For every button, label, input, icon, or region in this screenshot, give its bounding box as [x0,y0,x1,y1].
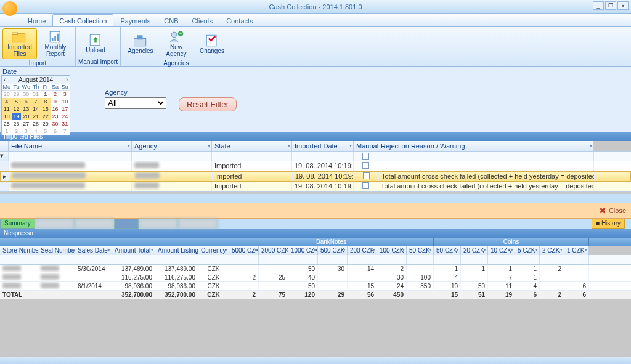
column-header[interactable]: Currency▾ [198,246,229,255]
column-header[interactable]: Rejection Reason / Warning▾ [378,141,594,151]
filter-cell[interactable] [488,255,515,264]
column-header[interactable]: 50 CZK▾ [407,246,434,255]
tab-blurred-2[interactable] [75,219,114,229]
filter-cell[interactable] [0,255,38,264]
column-header[interactable]: Agency▾ [132,141,212,151]
upload-button[interactable]: Upload [78,28,113,58]
calendar-day[interactable]: 2 [51,91,60,98]
tab-active-detail[interactable] [114,219,139,229]
calendar-day[interactable]: 17 [60,105,70,113]
column-header[interactable]: 50 CZK▾ [434,246,461,255]
agencies-button[interactable]: Agencies [123,28,158,59]
filter-cell[interactable] [155,255,198,264]
table-row[interactable]: ▸xxImported19. 08. 2014 10:19:34Total am… [0,171,631,182]
column-header[interactable]: 1 CZK▾ [564,246,589,255]
menu-tab-home[interactable]: Home [21,14,52,26]
menu-tab-cnb[interactable]: CNB [157,14,185,26]
maximize-button[interactable]: ❐ [605,1,616,10]
calendar-day[interactable]: 22 [41,113,51,120]
changes-button[interactable]: Changes [195,28,229,59]
column-header[interactable]: 1000 CZK▾ [288,246,318,255]
column-header[interactable]: 20 CZK▾ [461,246,488,255]
table-row[interactable]: xxImported19. 08. 2014 10:19:34Total amo… [0,182,631,192]
filter-cell[interactable] [434,255,461,264]
filter-cell[interactable] [9,152,132,161]
calendar-day[interactable]: 14 [31,105,41,113]
calendar-day[interactable]: 15 [41,105,51,113]
splitter[interactable] [0,194,631,203]
calendar[interactable]: ‹ August 2014 › MoTuWeThFrSaSu2829303112… [1,75,70,135]
calendar-day[interactable]: 16 [51,105,60,113]
filter-cell[interactable] [354,152,378,161]
detail-grid[interactable]: BankNotesCoins Store Number▾Seal Number▾… [0,238,631,364]
filter-cell[interactable] [461,255,488,264]
filter-cell[interactable] [515,255,540,264]
menu-tab-cash-collection[interactable]: Cash Collection [52,14,113,26]
column-header[interactable]: Amount Listing▾ [155,246,198,255]
filter-cell[interactable] [229,255,259,264]
calendar-day[interactable]: 26 [12,120,22,127]
column-header[interactable]: Store Number▾ [0,246,38,255]
calendar-day[interactable]: 29 [12,91,22,98]
tab-summary[interactable]: Summary [0,219,35,229]
column-header[interactable]: 5000 CZK▾ [229,246,259,255]
column-header[interactable]: 2000 CZK▾ [259,246,288,255]
filter-cell[interactable] [348,255,377,264]
filter-cell[interactable] [378,152,594,161]
calendar-day[interactable]: 6 [21,98,31,105]
calendar-day[interactable]: 31 [60,120,70,127]
calendar-day[interactable]: 8 [41,98,51,105]
calendar-day[interactable]: 28 [2,91,12,98]
table-row[interactable]: xx6/1/201498,936.0098,936.00CZK501524350… [0,282,631,291]
column-header[interactable]: 2 CZK▾ [540,246,564,255]
filter-cell[interactable] [198,255,229,264]
calendar-day[interactable]: 29 [41,120,51,127]
tab-blurred-3[interactable] [139,219,178,229]
minimize-button[interactable]: _ [593,1,604,10]
table-row[interactable]: xxImported19. 08. 2014 10:19:30 [0,161,631,171]
filter-cell[interactable] [75,255,112,264]
filter-cell[interactable] [540,255,564,264]
calendar-day[interactable]: 27 [21,120,31,127]
filter-cell[interactable] [38,255,75,264]
cal-prev-icon[interactable]: ‹ [4,76,6,83]
calendar-day[interactable]: 11 [2,105,12,113]
menu-tab-contacts[interactable]: Contacts [219,14,259,26]
calendar-day[interactable]: 31 [31,91,41,98]
filter-cell[interactable] [292,152,354,161]
calendar-day[interactable]: 12 [12,105,22,113]
imported-files-grid[interactable]: File Name▾Agency▾State▾Imported Date▾Man… [0,141,631,194]
calendar-day[interactable]: 24 [60,113,70,120]
agency-select[interactable]: All [105,97,166,109]
calendar-day[interactable]: 1 [41,91,51,98]
filter-cell[interactable] [288,255,318,264]
calendar-day[interactable]: 10 [60,98,70,105]
calendar-day[interactable]: 30 [51,120,60,127]
menu-tab-clients[interactable]: Clients [185,14,220,26]
reset-filter-button[interactable]: Reset Filter [179,97,237,111]
filter-cell[interactable] [132,152,212,161]
tab-blurred-4[interactable] [178,219,218,229]
close-button[interactable]: x [617,1,629,10]
column-header[interactable]: Sales Date▾ [75,246,112,255]
app-orb-icon[interactable] [2,1,17,16]
filter-cell[interactable] [259,255,288,264]
column-header[interactable]: 10 CZK▾ [488,246,515,255]
calendar-day[interactable]: 7 [31,98,41,105]
table-row[interactable]: xx116,275.00116,275.00CZK2254030100471 [0,273,631,282]
calendar-day[interactable]: 30 [21,91,31,98]
column-header[interactable]: 5 CZK▾ [515,246,540,255]
filter-cell[interactable] [564,255,589,264]
filter-cell[interactable] [212,152,292,161]
menu-tab-payments[interactable]: Payments [113,14,157,26]
cal-next-icon[interactable]: › [66,76,68,83]
column-header[interactable]: Seal Number▾ [38,246,75,255]
calendar-day[interactable]: 4 [2,98,12,105]
calendar-day[interactable]: 28 [31,120,41,127]
tab-blurred-1[interactable] [35,219,75,229]
calendar-day[interactable]: 3 [60,91,70,98]
calendar-day[interactable]: 7 [60,127,70,135]
column-header[interactable]: 500 CZK▾ [318,246,348,255]
tab-history[interactable]: ■ History [592,219,625,229]
close-icon[interactable]: ✖ [599,206,606,216]
